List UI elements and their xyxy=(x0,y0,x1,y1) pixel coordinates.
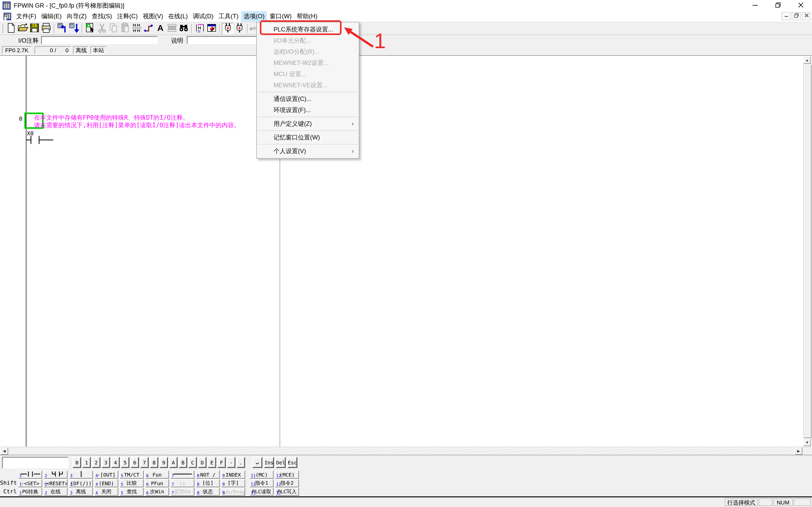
fn-ctrl-f3-button[interactable]: 3离线 xyxy=(69,488,93,496)
key-C[interactable]: C xyxy=(188,457,197,468)
save-file-button[interactable] xyxy=(29,22,40,34)
key-del[interactable]: Del xyxy=(275,457,286,468)
menubar-item-tools[interactable]: 工具(T) xyxy=(216,11,241,22)
select-mode-button[interactable] xyxy=(84,22,96,34)
key-B[interactable]: B xyxy=(179,457,187,468)
vertical-scroll-thumb[interactable] xyxy=(804,64,811,438)
fn-f11-button[interactable]: 11(MC) xyxy=(250,470,273,478)
fn-f2-button[interactable]: 2 xyxy=(44,470,67,478)
menubar-item-view[interactable]: 视图(V) xyxy=(140,11,166,22)
minimize-button[interactable] xyxy=(744,0,766,11)
menubar-item-debug[interactable]: 调试(D) xyxy=(190,11,216,22)
fn-shift-f12-button[interactable]: 12指令2 xyxy=(275,479,299,487)
open-file-button[interactable] xyxy=(17,22,29,34)
fn-ctrl-f8-button[interactable]: 8状态 xyxy=(196,488,220,496)
find-button[interactable] xyxy=(177,22,189,34)
key-esc[interactable]: Esc xyxy=(287,457,297,468)
fn-ctrl-f11-button[interactable]: 11PLC读取 xyxy=(250,488,273,496)
key-ins[interactable]: Ins xyxy=(264,457,274,468)
fn-shift-f8-button[interactable]: 8[位] xyxy=(196,479,220,487)
options-menu-item-remember-window-position[interactable]: 记忆窗口位置(W) xyxy=(257,132,359,143)
menubar-item-file[interactable]: 文件(F) xyxy=(14,11,39,22)
key--[interactable]: - xyxy=(227,457,236,468)
fn-ctrl-f12-button[interactable]: 12PLC写入 xyxy=(275,488,299,496)
io-comment-input[interactable] xyxy=(41,36,158,44)
key-1[interactable]: 1 xyxy=(82,457,91,468)
key-D[interactable]: D xyxy=(198,457,207,468)
key-9[interactable]: 9 xyxy=(159,457,168,468)
fn-f7-button[interactable]: 7 xyxy=(170,470,194,478)
options-menu-item-communication-settings[interactable]: 通信设置(C)... xyxy=(257,93,359,104)
key-F[interactable]: F xyxy=(217,457,226,468)
ladder-symbol-view-button[interactable] xyxy=(194,22,206,34)
block-select-button[interactable] xyxy=(166,22,177,34)
key-0[interactable]: 0 xyxy=(72,457,81,468)
fn-f9-button[interactable]: 9INDEX xyxy=(221,470,245,478)
wire-tool-button[interactable] xyxy=(143,22,154,34)
scroll-right-button[interactable]: ▶ xyxy=(795,447,802,455)
key-enter[interactable]: ↵ xyxy=(252,457,262,468)
fn-ctrl-f2-button[interactable]: 2在线 xyxy=(44,488,67,496)
menubar-item-search[interactable]: 查找(S) xyxy=(89,11,114,22)
fn-f3-button[interactable]: 3 xyxy=(69,470,93,478)
close-button[interactable] xyxy=(789,0,812,11)
close-icon xyxy=(798,2,804,9)
fn-shift-f5-button[interactable]: 5比较 xyxy=(120,479,144,487)
io-comment-list-button[interactable] xyxy=(131,22,143,34)
key-5[interactable]: 5 xyxy=(121,457,130,468)
download-to-plc-button[interactable] xyxy=(68,22,80,34)
horizontal-scrollbar[interactable]: ◀ ▶ xyxy=(0,447,812,455)
monitor-window-button[interactable] xyxy=(206,22,217,34)
menubar-item-online[interactable]: 在线(L) xyxy=(166,11,190,22)
key-6[interactable]: 6 xyxy=(131,457,139,468)
save-file-icon xyxy=(29,22,40,35)
fn-f5-button[interactable]: 5TM/CT xyxy=(120,470,144,478)
fn-f6-button[interactable]: 6Fun xyxy=(145,470,169,478)
menubar-item-wizard[interactable]: 向导(Z) xyxy=(64,11,89,22)
key-8[interactable]: 8 xyxy=(150,457,158,468)
key-E[interactable]: E xyxy=(208,457,216,468)
fn-shift-f4-button[interactable]: 4(END) xyxy=(94,479,118,487)
key-4[interactable]: 4 xyxy=(111,457,120,468)
ladder-editor[interactable]: 0 在本文件中存储有FP0使用的特殊R、特殊DT的I/O注释。 请在需要的情况下… xyxy=(0,56,812,447)
fn-ctrl-f1-button[interactable]: 1PG转换 xyxy=(18,488,42,496)
options-menu-item-personal-settings[interactable]: 个人设置(V)› xyxy=(257,146,359,157)
key-7[interactable]: 7 xyxy=(140,457,149,468)
fn-f8-button[interactable]: 8NOT / xyxy=(196,470,220,478)
fn-shift-f3-button[interactable]: 3(DF(/)) xyxy=(69,479,93,487)
menubar-item-comment[interactable]: 注释(C) xyxy=(114,11,140,22)
mdi-close-button[interactable] xyxy=(802,12,811,20)
maximize-button[interactable] xyxy=(766,0,789,11)
key-2[interactable]: 2 xyxy=(92,457,100,468)
menubar-item-edit[interactable]: 编辑(E) xyxy=(39,11,64,22)
fn-shift-f1-button[interactable]: 1-<SET> xyxy=(18,479,42,487)
key-.[interactable]: . xyxy=(237,457,245,468)
scroll-up-button[interactable]: ▲ xyxy=(803,56,811,64)
fn-ctrl-f6-button[interactable]: 6次Win xyxy=(145,488,169,496)
plc-online-button[interactable] xyxy=(222,22,234,34)
fn-ctrl-f4-button[interactable]: 4关闭 xyxy=(94,488,118,496)
vertical-scrollbar[interactable]: ▲ ▼ xyxy=(803,56,811,446)
key-A[interactable]: A xyxy=(169,457,177,468)
fn-shift-f9-button[interactable]: 9[字] xyxy=(221,479,245,487)
fn-f1-button[interactable]: 1 xyxy=(18,470,42,478)
mdi-minimize-button[interactable] xyxy=(781,12,791,20)
scroll-down-button[interactable]: ▼ xyxy=(803,439,811,446)
scroll-left-button[interactable]: ◀ xyxy=(1,447,8,455)
print-button[interactable] xyxy=(40,22,52,34)
fn-shift-f11-button[interactable]: 11指令1 xyxy=(250,479,273,487)
upload-from-plc-button[interactable] xyxy=(56,22,68,34)
fn-shift-f6-button[interactable]: 6PFun xyxy=(145,479,169,487)
mdi-restore-button[interactable] xyxy=(792,12,801,20)
fn-shift-f2-button[interactable]: 2-<RESET> xyxy=(44,479,67,487)
plc-offline-button[interactable] xyxy=(234,22,245,34)
fn-f12-button[interactable]: 12(MCE) xyxy=(275,470,299,478)
fn-f4-button[interactable]: 4-[OUT] xyxy=(94,470,118,478)
options-menu-item-environment-settings[interactable]: 环境设置(F)... xyxy=(257,104,359,116)
new-file-button[interactable] xyxy=(5,22,17,34)
key-3[interactable]: 3 xyxy=(101,457,110,468)
text-entry-button[interactable]: A xyxy=(154,22,166,34)
fn-ctrl-f5-button[interactable]: 5查找 xyxy=(120,488,144,496)
options-menu-item-user-defined-keys[interactable]: 用户定义键(Z)› xyxy=(257,118,359,129)
operand-input[interactable] xyxy=(2,457,68,468)
